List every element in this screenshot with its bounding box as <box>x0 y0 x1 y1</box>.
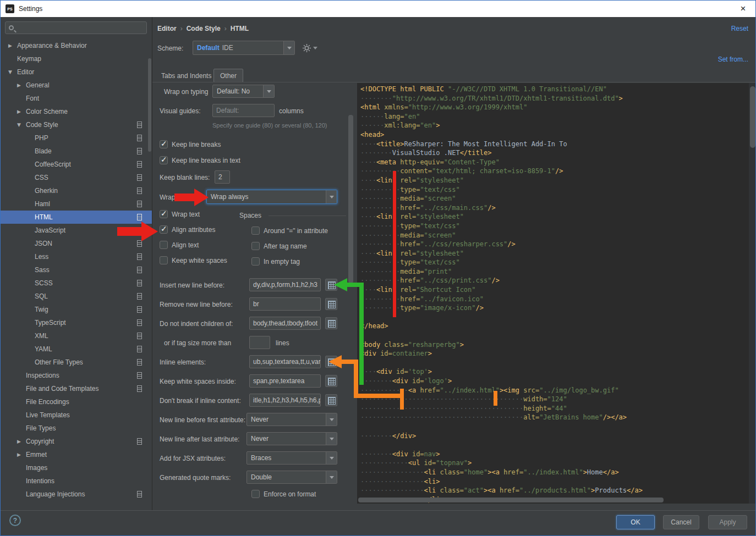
chevron-right-icon[interactable]: ▶ <box>17 109 26 114</box>
inline-elements-input[interactable]: ub,sup,textarea,tt,u,var <box>249 355 321 368</box>
sidebar-item-images[interactable]: Images <box>1 461 152 474</box>
edit-tag-list-button[interactable] <box>325 279 337 291</box>
keep-blank-lines-input[interactable]: 2 <box>215 170 230 184</box>
new-line-before-first-attribute-select[interactable]: Never <box>246 413 337 426</box>
preview-vertical-scrollbar[interactable] <box>750 86 755 148</box>
sidebar-item-twig[interactable]: Twig <box>1 303 152 316</box>
sidebar-item-live-templates[interactable]: Live Templates <box>1 408 152 422</box>
sidebar-item-file-and-code-templates[interactable]: File and Code Templates <box>1 382 152 395</box>
edit-tag-list-button[interactable] <box>325 356 337 368</box>
sidebar-item-label: Gherkin <box>35 187 58 195</box>
align-text-checkbox[interactable] <box>160 241 168 249</box>
cancel-button[interactable]: Cancel <box>663 515 699 529</box>
sidebar-item-emmet[interactable]: ▶Emmet <box>1 448 152 461</box>
sidebar-item-intentions[interactable]: Intentions <box>1 474 152 488</box>
wrap-text-checkbox[interactable] <box>160 210 168 218</box>
keep-white-spaces-inside-input[interactable]: span,pre,textarea <box>249 374 321 388</box>
sidebar-item-gherkin[interactable]: Gherkin <box>1 184 152 197</box>
sidebar-item-yaml[interactable]: YAML <box>1 342 152 356</box>
wrap-on-typing-select[interactable]: Default: No <box>212 85 275 98</box>
sidebar-item-xml[interactable]: XML <box>1 329 152 342</box>
insert-new-line-before-input[interactable]: dy,div,p,form,h1,h2,h3 <box>249 278 321 291</box>
do-not-indent-children-input[interactable]: body,thead,tbody,tfoot <box>249 317 321 330</box>
sidebar-item-label: TypeScript <box>35 319 66 327</box>
sidebar-item-json[interactable]: JSON <box>1 237 152 250</box>
add-for-jsx-attributes-select[interactable]: Braces <box>246 451 337 465</box>
sidebar-item-copyright[interactable]: ▶Copyright <box>1 435 152 448</box>
sidebar-item-coffeescript[interactable]: CoffeeScript <box>1 158 152 171</box>
sidebar-item-javascript[interactable]: JavaScript <box>1 224 152 237</box>
sidebar-scrollbar[interactable] <box>148 58 151 152</box>
sidebar-item-sql[interactable]: SQL <box>1 290 152 303</box>
page-settings-icon <box>137 438 142 445</box>
ok-button[interactable]: OK <box>616 515 655 529</box>
edit-tag-list-button[interactable] <box>325 298 337 310</box>
wrap-attributes-select[interactable]: Wrap always <box>206 190 337 204</box>
align-attributes-checkbox[interactable] <box>160 225 168 234</box>
code-line: ··········media="print" <box>360 268 749 277</box>
edit-tag-list-button[interactable] <box>325 375 337 387</box>
remove-new-line-before-input[interactable]: br <box>249 297 321 311</box>
sidebar-item-appearance-behavior[interactable]: ▶Appearance & Behavior <box>1 39 152 52</box>
code-line <box>360 359 749 368</box>
page-settings-icon <box>137 267 142 273</box>
chevron-right-icon[interactable]: ▶ <box>17 452 26 457</box>
close-icon[interactable]: × <box>731 1 755 17</box>
sidebar-item-color-scheme[interactable]: ▶Color Scheme <box>1 105 152 118</box>
sidebar-item-file-types[interactable]: File Types <box>1 422 152 435</box>
sidebar-item-sass[interactable]: Sass <box>1 263 152 277</box>
sidebar-item-blade[interactable]: Blade <box>1 145 152 158</box>
chevron-right-icon[interactable]: ▶ <box>8 43 17 48</box>
scheme-select[interactable]: Default IDE <box>193 41 295 55</box>
sidebar-item-typescript[interactable]: TypeScript <box>1 316 152 329</box>
form-scrollbar[interactable] <box>348 115 353 283</box>
sidebar-item-keymap[interactable]: Keymap <box>1 52 152 65</box>
code-line <box>360 441 749 450</box>
tab-tabs-and-indents[interactable]: Tabs and Indents <box>155 69 217 82</box>
enforce-on-format-checkbox[interactable] <box>251 490 260 498</box>
sidebar-item-language-injections[interactable]: Language Injections <box>1 488 152 501</box>
visual-guides-input[interactable]: Default: <box>212 104 275 117</box>
sidebar-item-other-file-types[interactable]: Other File Types <box>1 356 152 369</box>
breadcrumb-item-html[interactable]: HTML <box>231 25 249 32</box>
breadcrumb-item-editor[interactable]: Editor <box>157 25 177 32</box>
help-icon[interactable]: ? <box>9 515 21 526</box>
sidebar-item-file-encodings[interactable]: File Encodings <box>1 395 152 408</box>
sidebar-item-php[interactable]: PHP <box>1 131 152 145</box>
edit-tag-list-button[interactable] <box>325 317 337 329</box>
chevron-down-icon[interactable]: ▼ <box>17 122 26 128</box>
chevron-right-icon[interactable]: ▶ <box>17 82 26 88</box>
sidebar-item-less[interactable]: Less <box>1 250 152 263</box>
around-equals-checkbox[interactable] <box>251 226 260 235</box>
edit-tag-list-button[interactable] <box>325 394 337 406</box>
sidebar-item-general[interactable]: ▶General <box>1 79 152 92</box>
sidebar-item-scss[interactable]: SCSS <box>1 277 152 290</box>
sidebar-item-code-style[interactable]: ▼Code Style <box>1 118 152 131</box>
tab-other[interactable]: Other <box>213 69 243 82</box>
sidebar-item-html[interactable]: HTML <box>1 211 152 224</box>
reset-link[interactable]: Reset <box>731 25 748 32</box>
scheme-actions-button[interactable] <box>302 43 317 53</box>
chevron-down-icon[interactable]: ▼ <box>8 69 17 75</box>
or-if-tag-size-input[interactable] <box>249 336 270 349</box>
sidebar-item-inspections[interactable]: Inspections <box>1 369 152 382</box>
generated-quote-marks-select[interactable]: Double <box>246 471 337 484</box>
preview-horizontal-scrollbar[interactable] <box>358 498 664 502</box>
sidebar-item-font[interactable]: Font <box>1 92 152 105</box>
sidebar-item-editor[interactable]: ▼Editor <box>1 65 152 79</box>
after-tag-name-checkbox[interactable] <box>251 242 260 250</box>
new-line-after-last-attribute-select[interactable]: Never <box>246 432 337 445</box>
keep-line-breaks-checkbox[interactable] <box>160 140 168 148</box>
dont-break-if-inline-input[interactable]: itle,h1,h2,h3,h4,h5,h6,p <box>249 394 321 407</box>
set-from-link[interactable]: Set from... <box>718 56 748 63</box>
apply-button[interactable]: Apply <box>708 515 747 529</box>
chevron-right-icon[interactable]: ▶ <box>17 439 26 444</box>
search-input[interactable] <box>18 24 143 32</box>
breadcrumb-item-code-style[interactable]: Code Style <box>187 25 221 32</box>
sidebar-item-haml[interactable]: Haml <box>1 197 152 211</box>
keep-white-spaces-checkbox[interactable] <box>160 256 168 264</box>
settings-search[interactable] <box>5 21 147 34</box>
keep-line-breaks-in-text-checkbox[interactable] <box>160 156 168 164</box>
in-empty-tag-checkbox[interactable] <box>251 257 260 266</box>
sidebar-item-css[interactable]: CSS <box>1 171 152 184</box>
